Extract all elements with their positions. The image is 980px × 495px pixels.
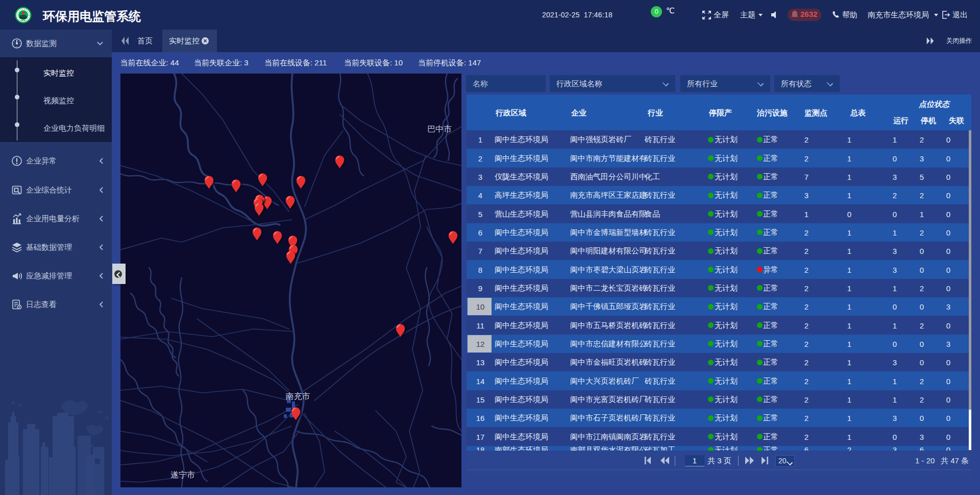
svg-text:巴中市: 巴中市 — [427, 125, 452, 133]
svg-text:南充市: 南充市 — [285, 392, 310, 400]
svg-text:遂宁市: 遂宁市 — [170, 470, 195, 479]
